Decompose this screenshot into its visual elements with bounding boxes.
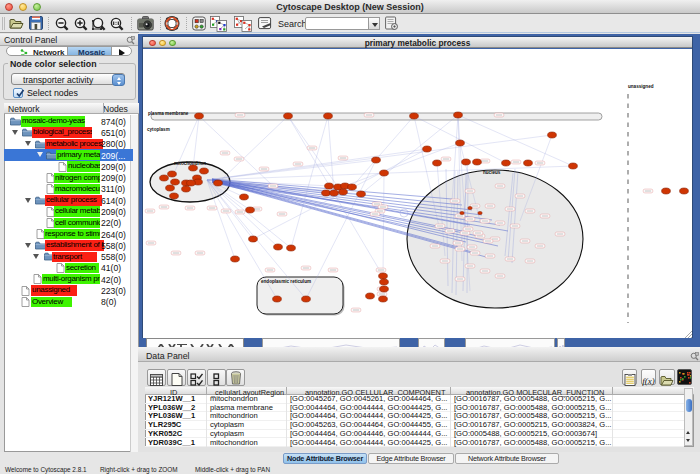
svg-text:cytoplasm: cytoplasm [147,127,170,132]
svg-text:nucleus: nucleus [483,170,501,175]
svg-text:plasma membrane: plasma membrane [148,111,189,116]
svg-text:unassigned: unassigned [628,84,654,89]
svg-text:mitochondrion: mitochondrion [174,161,206,166]
svg-text:endoplasmic reticulum: endoplasmic reticulum [261,279,311,284]
